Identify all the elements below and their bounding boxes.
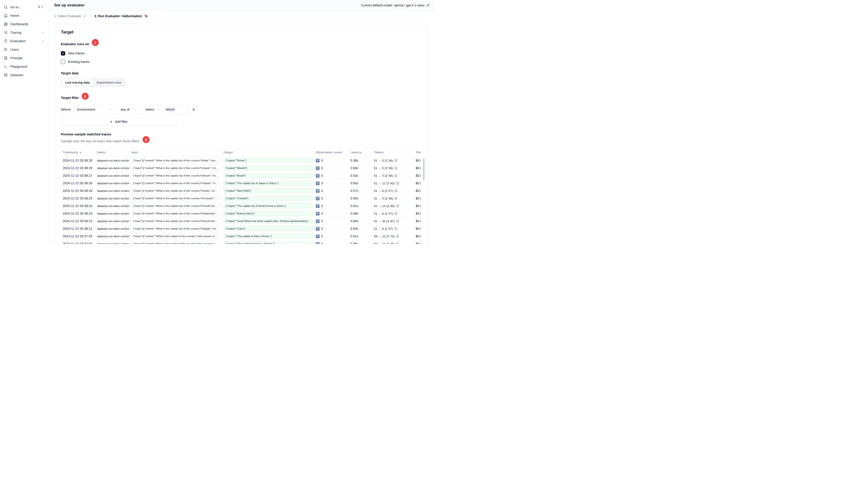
table-row[interactable]: 2024-11-22 03:38:23 dataset-run-item-cm3… (61, 210, 421, 217)
sidebar-item-home[interactable]: Home (0, 11, 49, 20)
cell-total-cost: $0.000015 (414, 181, 421, 185)
cell-latency: 0.60s (348, 166, 372, 170)
checkbox-checked-icon (61, 51, 65, 56)
preview-subtitle: Sample over the last 24 hours that match… (61, 139, 140, 143)
cell-latency: 0.53s (348, 174, 372, 177)
goto-shortcut: ⌘ K (36, 5, 45, 9)
info-square-icon: i (316, 196, 320, 200)
table-row[interactable]: 2024-11-22 03:37:03 dataset-run-item-cm3… (61, 232, 421, 240)
cell-input[interactable]: {"input":[{"content":"What is the capita… (131, 158, 221, 163)
cell-input[interactable]: {"input":[{"content":"What is the capita… (131, 211, 221, 216)
filter-operator-select[interactable]: any of (118, 105, 140, 114)
cell-output[interactable]: {"output":"The capital of Spain is Madri… (223, 241, 313, 244)
cell-latency: 0.81s (348, 204, 372, 208)
sidebar-item-dashboards[interactable]: Dashboards (0, 20, 49, 28)
filter-value-select[interactable]: Select default (142, 105, 188, 114)
table-row[interactable]: 2024-11-22 03:38:25 dataset-run-item-cm3… (61, 195, 421, 202)
cell-output[interactable]: {"output":"Buenos Aires"} (223, 211, 313, 216)
sidebar-item-playground[interactable]: Playground (0, 62, 49, 71)
table-row[interactable]: 2024-11-22 03:38:24 dataset-run-item-cm3… (61, 202, 421, 210)
info-circle-icon[interactable] (394, 212, 398, 215)
cell-latency: 0.57s (348, 189, 372, 193)
cell-tokens: 51 → 5 (Σ 56) (372, 159, 414, 162)
cell-output[interactable]: {"output":"Madrid"} (223, 165, 313, 170)
table-row[interactable]: 2024-11-22 03:38:21 dataset-run-item-cm3… (61, 225, 421, 232)
table-row[interactable]: 2024-11-22 03:38:26 dataset-run-item-cm3… (61, 180, 421, 187)
lightbulb-icon (4, 39, 8, 43)
cell-input[interactable]: {"input":[{"content":"What is the capita… (131, 203, 221, 208)
cell-output[interactable]: {"output":"New Delhi"} (223, 188, 313, 193)
cell-output[interactable]: {"output":"Rome"} (223, 158, 313, 163)
breadcrumb-step-1[interactable]: 1. Select Evaluator (54, 14, 86, 18)
cell-input[interactable]: {"input":[{"content":"What is the capita… (131, 181, 221, 186)
table-row[interactable]: 2024-11-22 03:37:02 dataset-run-item-cm3… (61, 240, 421, 244)
cell-output[interactable]: {"output":"The capital of Italy is Rome.… (223, 234, 313, 239)
tab-live-tracing-data[interactable]: Live tracing data (62, 79, 93, 86)
checkbox-existing-traces[interactable]: Existing traces (61, 59, 421, 65)
remove-filter-button[interactable] (192, 108, 196, 111)
file-code-icon (4, 56, 8, 60)
tab-experiment-runs[interactable]: Experiment runs (93, 79, 125, 86)
table-row[interactable]: 2024-11-22 03:38:28 dataset-run-item-cm3… (61, 164, 421, 172)
sidebar-item-users[interactable]: Users (0, 45, 49, 54)
cell-total-cost: $0.000016 (414, 204, 421, 208)
app-root: Go to... ⌘ K Home Dashboards Tracing Eva… (0, 0, 434, 244)
cell-input[interactable]: {"input":[{"content":"What is the capita… (131, 173, 221, 178)
info-circle-icon[interactable] (396, 235, 399, 238)
divider (161, 107, 162, 112)
cell-output[interactable]: {"output":"Brazil"} (223, 173, 313, 178)
cell-input[interactable]: {"input":[{"content":"What is the capita… (131, 234, 221, 239)
info-circle-icon[interactable] (396, 242, 399, 244)
sidebar-item-tracing[interactable]: Tracing (0, 28, 49, 37)
column-header-timestamp[interactable]: Timestamp ▼ (61, 151, 95, 154)
cell-observation-levels: i 3 (314, 181, 348, 185)
cell-input[interactable]: {"input":[{"content":"What is the capita… (131, 241, 221, 244)
info-circle-icon[interactable] (394, 159, 398, 162)
cell-total-cost: $0.000011 ($0.000011) (414, 174, 421, 177)
sidebar-item-prompts[interactable]: Prompts (0, 54, 49, 62)
cell-input[interactable]: {"input":[{"content":"What is the capita… (131, 226, 221, 231)
info-square-icon: i (316, 234, 320, 238)
table-row[interactable]: 2024-11-22 03:38:22 dataset-run-item-cm3… (61, 217, 421, 225)
cell-total-cost: $0.000011 ($0.000011) (414, 159, 421, 162)
cell-input[interactable]: {"input":[{"content":"What is the capita… (131, 196, 221, 201)
info-circle-icon[interactable] (396, 182, 399, 185)
filter-column-select[interactable]: Environment (74, 105, 115, 114)
table-scrollbar-thumb[interactable] (423, 158, 425, 181)
cell-input[interactable]: {"input":[{"content":"What is the capita… (131, 219, 221, 224)
cell-output[interactable]: {"output":"South Africa has three capita… (223, 219, 313, 224)
info-circle-icon[interactable] (396, 220, 399, 223)
chevron-right-icon (41, 39, 45, 43)
cell-input[interactable]: {"input":[{"content":"What is the capita… (131, 188, 221, 193)
info-circle-icon[interactable] (394, 174, 398, 177)
table-row[interactable]: 2024-11-22 03:38:26 dataset-run-item-cm3… (61, 187, 421, 195)
cell-output[interactable]: {"output":"Cairo"} (223, 226, 313, 231)
cell-tokens: 52 → 35 (Σ 87) (372, 220, 414, 223)
cell-output[interactable]: {"output":"The capital city of Japan is … (223, 181, 313, 186)
cell-timestamp: 2024-11-22 03:38:27 (61, 174, 95, 177)
checkbox-new-traces[interactable]: New traces (61, 51, 421, 56)
info-circle-icon[interactable] (394, 197, 398, 200)
add-filter-button[interactable]: Add filter (61, 117, 176, 126)
table-row[interactable]: 2024-11-22 03:38:27 dataset-run-item-cm3… (61, 172, 421, 180)
info-circle-icon[interactable] (394, 166, 398, 170)
table-row[interactable]: 2024-11-22 03:38:28 dataset-run-item-cm3… (61, 157, 421, 164)
sidebar-item-datasets[interactable]: Datasets (0, 71, 49, 79)
cell-output[interactable]: {"output":"Canada"} (223, 196, 313, 201)
cell-output[interactable]: {"output":"The capital city of South Kor… (223, 203, 313, 208)
info-square-icon: i (316, 204, 320, 208)
cell-observation-levels: i 3 (314, 174, 348, 178)
chevron-right-icon (41, 31, 45, 34)
info-circle-icon[interactable] (396, 204, 399, 207)
checkbox-label: New traces (68, 52, 85, 55)
cell-timestamp: 2024-11-22 03:38:21 (61, 227, 95, 230)
edit-pencil-icon[interactable] (427, 3, 430, 7)
info-circle-icon[interactable] (394, 227, 398, 230)
cell-name: dataset-run-item-cm3s4 (95, 174, 129, 177)
cell-input[interactable]: {"input":[{"content":"What is the capita… (131, 165, 221, 170)
sidebar-item-evaluation[interactable]: Evaluation (0, 37, 49, 45)
cell-total-cost: $0.000029 (414, 219, 421, 223)
cell-latency: 0.50s (348, 227, 372, 230)
goto-search[interactable]: Go to... ⌘ K (0, 3, 49, 11)
info-circle-icon[interactable] (394, 189, 398, 192)
